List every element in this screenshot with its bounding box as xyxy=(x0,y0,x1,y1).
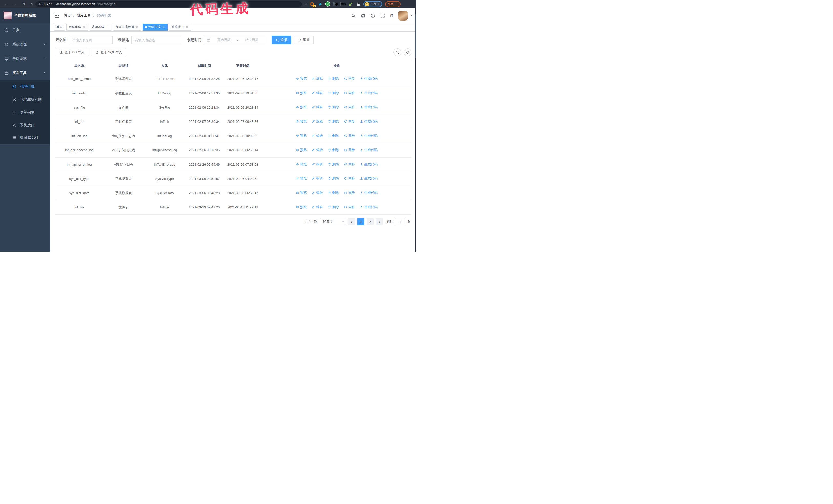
ext-key-icon[interactable] xyxy=(348,2,353,7)
delete-link[interactable]: 删除 xyxy=(328,133,339,139)
sidebar-fold-icon[interactable] xyxy=(54,13,60,18)
sync-link[interactable]: 同步 xyxy=(344,162,355,167)
toggle-search-button[interactable] xyxy=(394,48,401,56)
bookmark-star-icon[interactable]: ☆ xyxy=(305,2,308,6)
avatar[interactable] xyxy=(398,11,408,21)
delete-link[interactable]: 删除 xyxy=(328,204,339,210)
preview-link[interactable]: 预览 xyxy=(296,90,307,96)
delete-link[interactable]: 删除 xyxy=(328,76,339,81)
back-icon[interactable]: ← xyxy=(4,2,8,6)
edit-link[interactable]: 编辑 xyxy=(312,147,323,153)
sidebar-item-form-builder[interactable]: 表单构建 xyxy=(0,106,50,119)
table-name-input[interactable] xyxy=(69,35,113,44)
delete-link[interactable]: 删除 xyxy=(328,147,339,153)
browser-update-button[interactable]: 更新 ⋮ xyxy=(385,1,401,7)
tab[interactable]: 系统接口 × xyxy=(169,24,191,30)
generate-code-link[interactable]: 生成代码 xyxy=(360,119,378,124)
sync-link[interactable]: 同步 xyxy=(344,90,355,96)
ext-check-icon[interactable]: ✓ xyxy=(325,2,330,7)
generate-code-link[interactable]: 生成代码 xyxy=(360,147,378,153)
generate-code-link[interactable]: 生成代码 xyxy=(360,175,378,181)
breadcrumb-devtools[interactable]: 研发工具 xyxy=(77,13,91,18)
ext-grid-icon[interactable]: ◆ xyxy=(333,2,338,7)
tab[interactable]: 代码生成 × xyxy=(143,24,168,30)
sync-link[interactable]: 同步 xyxy=(344,119,355,124)
sync-link[interactable]: 同步 xyxy=(344,175,355,181)
refresh-table-button[interactable] xyxy=(404,48,411,56)
fullscreen-icon[interactable] xyxy=(380,13,385,18)
reload-icon[interactable]: ↻ xyxy=(22,2,25,6)
prev-page-button[interactable]: ‹ xyxy=(348,218,355,225)
page-button-1[interactable]: 1 xyxy=(357,218,364,225)
sidebar-item-system-api[interactable]: 系统接口 xyxy=(0,119,50,131)
tab-close-icon[interactable]: × xyxy=(135,25,139,29)
generate-code-link[interactable]: 生成代码 xyxy=(360,204,378,210)
sidebar-item-system[interactable]: 系统管理 xyxy=(0,37,50,51)
preview-link[interactable]: 预览 xyxy=(296,133,307,139)
sync-link[interactable]: 同步 xyxy=(344,76,355,81)
tab[interactable]: 链路追踪 × xyxy=(66,24,88,30)
sync-link[interactable]: 同步 xyxy=(344,190,355,196)
ext-on-icon[interactable]: on xyxy=(340,2,346,7)
reset-button[interactable]: 重置 xyxy=(294,35,314,44)
edit-link[interactable]: 编辑 xyxy=(312,119,323,124)
edit-link[interactable]: 编辑 xyxy=(312,204,323,210)
preview-link[interactable]: 预览 xyxy=(296,76,307,81)
generate-code-link[interactable]: 生成代码 xyxy=(360,190,378,196)
import-db-button[interactable]: 基于 DB 导入 xyxy=(56,48,89,56)
sidebar-logo[interactable]: 芋道管理系统 xyxy=(0,8,50,23)
edit-link[interactable]: 编辑 xyxy=(312,133,323,139)
browser-profile-chip[interactable]: 已暂停 xyxy=(363,1,382,7)
preview-link[interactable]: 预览 xyxy=(296,119,307,124)
avatar-caret-icon[interactable]: ▾ xyxy=(411,14,412,17)
extensions-puzzle-icon[interactable] xyxy=(356,2,361,7)
start-date-placeholder[interactable]: 开始日期 xyxy=(213,38,235,42)
edit-link[interactable]: 编辑 xyxy=(312,76,323,81)
edit-link[interactable]: 编辑 xyxy=(312,104,323,110)
edit-link[interactable]: 编辑 xyxy=(312,162,323,167)
next-page-button[interactable]: › xyxy=(376,218,383,225)
preview-link[interactable]: 预览 xyxy=(296,147,307,153)
help-icon[interactable] xyxy=(371,13,375,18)
sidebar-item-infra[interactable]: 基础设施 xyxy=(0,51,50,66)
edit-link[interactable]: 编辑 xyxy=(312,175,323,181)
generate-code-link[interactable]: 生成代码 xyxy=(360,104,378,110)
tab-close-icon[interactable]: × xyxy=(185,25,189,29)
address-bar[interactable]: ⚠ 不安全 | dashboard.yudao.iocoder.cn/tool/… xyxy=(35,1,302,7)
delete-link[interactable]: 删除 xyxy=(328,90,339,96)
edit-link[interactable]: 编辑 xyxy=(312,190,323,196)
sync-link[interactable]: 同步 xyxy=(344,147,355,153)
tab[interactable]: 代码生成示例 × xyxy=(113,24,141,30)
page-scrollbar[interactable] xyxy=(415,8,416,252)
generate-code-link[interactable]: 生成代码 xyxy=(360,90,378,96)
sidebar-item-codegen[interactable]: 代码生成 xyxy=(0,80,50,93)
generate-code-link[interactable]: 生成代码 xyxy=(360,76,378,81)
sidebar-item-db-doc[interactable]: 数据库文档 xyxy=(0,131,50,144)
tab-close-icon[interactable]: × xyxy=(105,25,109,29)
sync-link[interactable]: 同步 xyxy=(344,133,355,139)
delete-link[interactable]: 删除 xyxy=(328,190,339,196)
generate-code-link[interactable]: 生成代码 xyxy=(360,162,378,167)
import-sql-button[interactable]: 基于 SQL 导入 xyxy=(92,48,126,56)
end-date-placeholder[interactable]: 结束日期 xyxy=(240,38,263,42)
preview-link[interactable]: 预览 xyxy=(296,175,307,181)
delete-link[interactable]: 删除 xyxy=(328,175,339,181)
tab-close-icon[interactable]: × xyxy=(82,25,86,29)
table-desc-input[interactable] xyxy=(132,35,182,44)
sidebar-item-devtools[interactable]: 研发工具 xyxy=(0,66,50,80)
date-range-picker[interactable]: 开始日期 - 结束日期 xyxy=(204,35,266,44)
github-icon[interactable] xyxy=(361,13,365,18)
ext-refresh-icon[interactable]: 1 xyxy=(310,2,315,7)
tab[interactable]: 表单构建 × xyxy=(90,24,112,30)
delete-link[interactable]: 删除 xyxy=(328,119,339,124)
sync-link[interactable]: 同步 xyxy=(344,104,355,110)
delete-link[interactable]: 删除 xyxy=(328,162,339,167)
tab-close-icon[interactable]: × xyxy=(162,25,165,29)
font-size-icon[interactable]: tT xyxy=(390,14,393,18)
page-button-2[interactable]: 2 xyxy=(366,218,374,225)
preview-link[interactable]: 预览 xyxy=(296,162,307,167)
forward-icon[interactable]: → xyxy=(13,2,17,6)
ext-gem-icon[interactable]: ◆ xyxy=(317,2,323,7)
generate-code-link[interactable]: 生成代码 xyxy=(360,133,378,139)
tab[interactable]: 首页 xyxy=(54,24,65,30)
